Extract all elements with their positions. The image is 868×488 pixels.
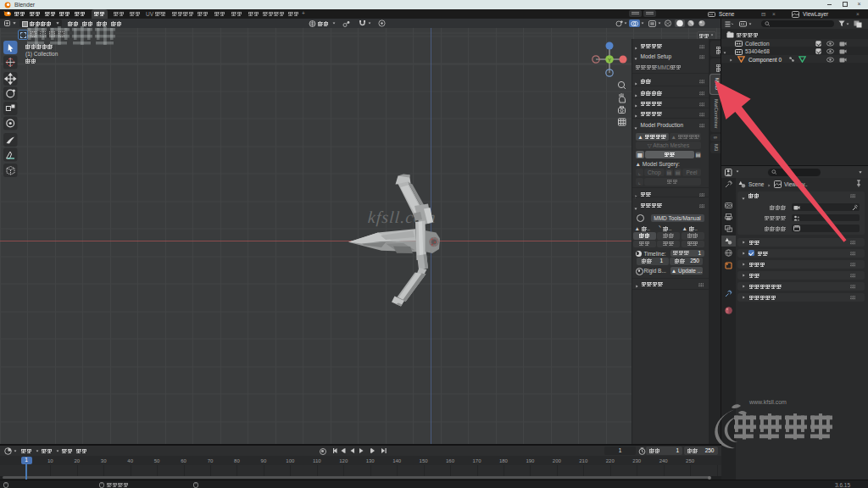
svg-text:Y: Y xyxy=(608,58,611,63)
